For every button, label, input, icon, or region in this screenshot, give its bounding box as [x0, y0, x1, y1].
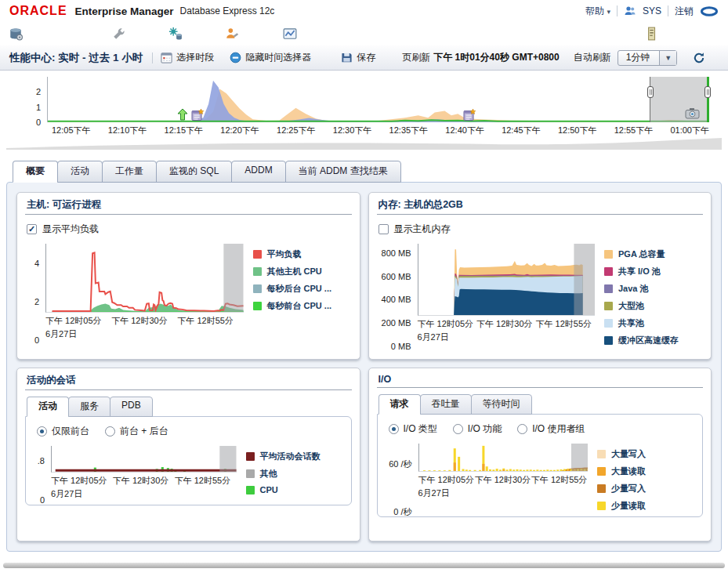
- radio-icon[interactable]: [37, 426, 47, 437]
- radio-icon[interactable]: [517, 424, 527, 434]
- legend: 平均活动会话数 其他 CPU: [237, 446, 345, 500]
- tab-addm[interactable]: ADDM: [231, 161, 285, 183]
- tab-monitored-sql[interactable]: 监视的 SQL: [156, 161, 232, 183]
- radio-io-type[interactable]: I/O 类型: [389, 422, 437, 436]
- radio-icon[interactable]: [389, 424, 399, 434]
- checkbox-label: 显示平均负载: [42, 223, 99, 236]
- x-tick: 12:55下午: [614, 125, 654, 136]
- legend-item: 平均活动会话数: [246, 451, 345, 462]
- panel-active-sessions: 活动的会话 活动 服务 PDB 仅限前台 前台 + 后台 .80 下午 1: [16, 368, 360, 542]
- minus-circle-icon: [230, 52, 241, 63]
- event-marker-icon[interactable]: [191, 108, 205, 121]
- current-user[interactable]: SYS: [643, 5, 661, 16]
- panel-title: 活动的会话: [17, 368, 360, 389]
- radio-icon[interactable]: [453, 424, 463, 434]
- x-tick: 12:40下午: [445, 125, 484, 136]
- performance-icon[interactable]: [282, 26, 298, 42]
- radio-foreground-only[interactable]: 仅限前台: [37, 425, 89, 438]
- checkbox-icon[interactable]: [27, 224, 37, 234]
- upgrade-marker-icon[interactable]: [177, 108, 188, 121]
- select-period-button[interactable]: 选择时段: [161, 51, 214, 64]
- show-host-memory-checkbox[interactable]: 显示主机内存: [378, 223, 704, 236]
- subtab-pdb[interactable]: PDB: [110, 397, 153, 417]
- subtab-services[interactable]: 服务: [68, 397, 110, 417]
- x-tick: 12:20下午: [220, 125, 259, 136]
- subtab-latency[interactable]: 等待时间: [471, 394, 532, 415]
- legend: PGA 总容量 共享 I/O 池 Java 池 大型池 共享池 缓冲区高速缓存: [595, 244, 703, 346]
- subtab-requests[interactable]: 请求: [378, 394, 421, 415]
- radio-io-function[interactable]: I/O 功能: [453, 422, 502, 436]
- app-header: ORACLE Enterprise Manager Database Expre…: [0, 0, 728, 22]
- io-requests-chart[interactable]: [418, 444, 589, 472]
- timeline-x-axis: 12:05下午 12:10下午 12:15下午 12:20下午 12:25下午 …: [52, 125, 709, 136]
- configuration-icon[interactable]: [111, 26, 127, 42]
- hide-time-selector-button[interactable]: 隐藏时间选择器: [230, 51, 311, 64]
- time-selector-window[interactable]: [650, 77, 709, 122]
- auto-refresh-label: 自动刷新: [574, 51, 611, 64]
- database-home-icon[interactable]: [8, 26, 24, 42]
- x-axis-date: 6月27日: [45, 328, 244, 340]
- page-refresh-time: 下午 1时01分40秒 GMT+0800: [433, 51, 559, 64]
- refresh-interval-select[interactable]: 1分钟 ▼: [618, 50, 678, 66]
- x-tick: 12:10下午: [108, 125, 147, 136]
- tab-overview[interactable]: 概要: [13, 161, 58, 183]
- subtab-activity[interactable]: 活动: [27, 397, 69, 417]
- legend-item: 大量写入: [597, 448, 696, 460]
- y-axis: 60 /秒0 /秒: [384, 444, 418, 512]
- logout-link[interactable]: 注销: [675, 5, 694, 18]
- legend-item: 少量写入: [597, 483, 696, 494]
- storage-icon[interactable]: [168, 26, 183, 42]
- chevron-down-icon[interactable]: ▼: [659, 51, 676, 65]
- panel-memory: 内存: 主机的总2GB 显示主机内存 800 MB600 MB400 MB200…: [368, 192, 712, 360]
- x-tick: 12:50下午: [558, 125, 597, 136]
- event-marker-icon[interactable]: [463, 108, 476, 121]
- save-button[interactable]: 保存: [341, 51, 375, 64]
- x-axis: 下午 12时05分下午 12时30分下午 12时55分: [418, 474, 589, 486]
- memory-chart[interactable]: [418, 244, 596, 316]
- security-icon[interactable]: [224, 26, 240, 42]
- x-axis-date: 6月27日: [418, 487, 589, 499]
- x-tick: 12:35下午: [389, 125, 429, 136]
- messages-log-icon[interactable]: [643, 26, 659, 42]
- tab-addm-findings[interactable]: 当前 ADDM 查找结果: [285, 161, 401, 183]
- subtab-throughput[interactable]: 吞吐量: [420, 394, 472, 415]
- icon-toolbar: [0, 22, 728, 45]
- x-tick: 12:15下午: [165, 125, 204, 136]
- legend: 平均负载 其他主机 CPU 每秒后台 CPU ... 每秒前台 CPU ...: [244, 244, 352, 340]
- active-sessions-chart[interactable]: [51, 446, 237, 473]
- selection-left-handle[interactable]: [647, 86, 654, 98]
- timeline-chart[interactable]: [48, 77, 709, 122]
- x-tick: 12:25下午: [277, 125, 316, 136]
- show-average-load-checkbox[interactable]: 显示平均负载: [27, 223, 352, 236]
- radio-foreground-background[interactable]: 前台 + 后台: [105, 425, 168, 438]
- io-subtabs: 请求 吞吐量 等待时间: [378, 394, 704, 415]
- tab-activity[interactable]: 活动: [57, 161, 103, 183]
- timeline-section: 210 12:05下午 12:10下午 12:15下午 12:: [0, 71, 728, 150]
- panel-title: I/O: [369, 368, 712, 387]
- io-radio-group: I/O 类型 I/O 功能 I/O 使用者组: [389, 422, 697, 436]
- calendar-icon: [161, 52, 172, 63]
- radio-icon[interactable]: [105, 426, 115, 437]
- host-load-chart[interactable]: [45, 244, 244, 313]
- timeline-shadow: [6, 138, 722, 150]
- performance-hub-toolbar: 性能中心: 实时 - 过去 1 小时 选择时段 隐藏时间选择器 保存 页刷新 下…: [0, 45, 728, 71]
- selection-right-handle[interactable]: [704, 86, 711, 98]
- legend-item: 共享 I/O 池: [604, 266, 703, 277]
- radio-io-consumer-group[interactable]: I/O 使用者组: [517, 422, 585, 436]
- legend-item: 共享池: [604, 317, 703, 329]
- legend-item: 大型池: [604, 300, 703, 312]
- checkbox-label: 显示主机内存: [394, 223, 451, 236]
- save-icon: [341, 52, 353, 63]
- refresh-button[interactable]: [693, 52, 705, 64]
- tab-workload[interactable]: 工作量: [102, 161, 157, 183]
- main-tabs: 概要 活动 工作量 监视的 SQL ADDM 当前 ADDM 查找结果: [13, 161, 728, 183]
- legend-item: 每秒前台 CPU ...: [253, 300, 352, 312]
- timeline-y-axis: 210: [0, 77, 47, 122]
- legend-item: 其他: [246, 468, 345, 480]
- legend-item: 每秒后台 CPU ...: [253, 283, 352, 295]
- y-axis: 420: [25, 244, 45, 340]
- help-menu[interactable]: 帮助 ▾: [585, 5, 610, 18]
- window-bottom-edge: [3, 563, 725, 568]
- checkbox-icon[interactable]: [378, 224, 389, 234]
- divider: [668, 5, 668, 16]
